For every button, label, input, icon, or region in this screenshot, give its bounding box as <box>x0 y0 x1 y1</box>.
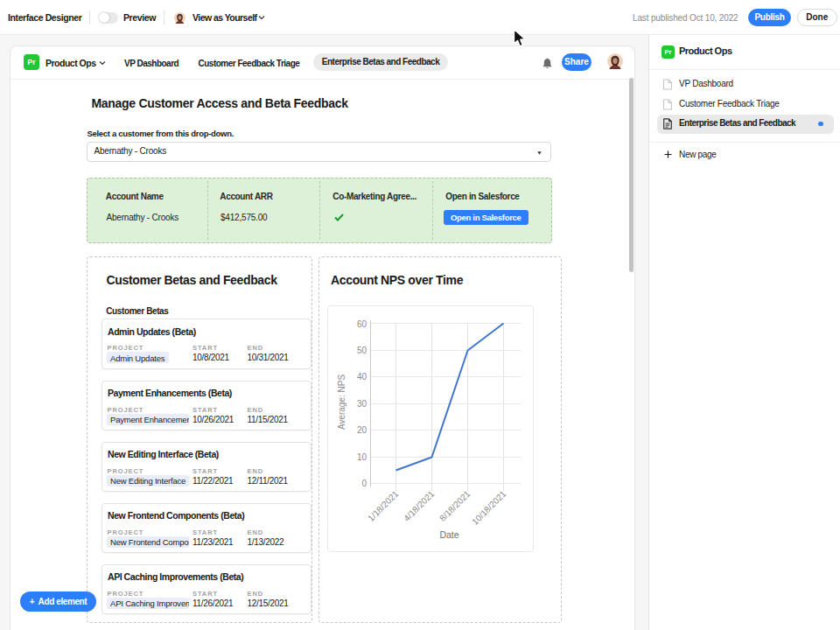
svg-text:60: 60 <box>357 319 368 329</box>
svg-text:40: 40 <box>357 372 368 382</box>
svg-text:8/18/2021: 8/18/2021 <box>438 488 472 523</box>
svg-text:10: 10 <box>357 452 368 462</box>
svg-text:0: 0 <box>361 479 367 488</box>
svg-text:50: 50 <box>357 346 368 355</box>
svg-text:Date: Date <box>439 529 458 540</box>
svg-text:20: 20 <box>357 425 368 435</box>
svg-text:Average: NPS: Average: NPS <box>337 374 346 430</box>
svg-text:4/18/2021: 4/18/2021 <box>402 488 437 523</box>
svg-text:10/18/2021: 10/18/2021 <box>470 488 508 526</box>
svg-text:30: 30 <box>357 399 368 409</box>
svg-text:1/18/2021: 1/18/2021 <box>366 488 401 523</box>
